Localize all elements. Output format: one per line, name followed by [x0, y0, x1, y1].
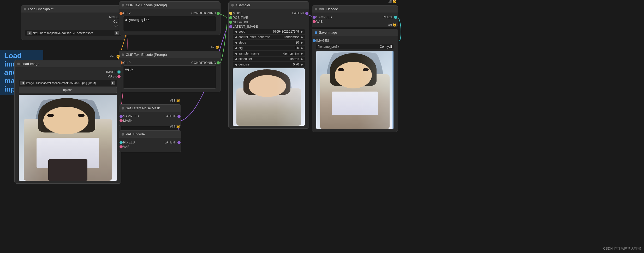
node-header: Set Latent Noise Mask [119, 105, 181, 112]
param-denoise: ◀ denoise 0.70 ▶ [233, 62, 305, 67]
upload-btn[interactable]: upload [19, 87, 117, 93]
save-image-preview [316, 51, 393, 129]
port-images-in-dot [313, 39, 316, 42]
port-image-out-dot [394, 16, 397, 19]
node-status-dot [24, 8, 26, 10]
ksampler-preview-image [233, 68, 305, 126]
port-negative-in: negative [233, 20, 305, 24]
set-latent-noise-node: #33 🐱 Set Latent Noise Mask samples LATE… [119, 104, 181, 126]
port-samples-in2-dot [120, 115, 123, 118]
param-control: ◀ control_after_generate randomize ▶ [233, 35, 305, 39]
denoise-back-btn[interactable]: ◀ [234, 63, 237, 66]
load-image-node: #20 🐱 Load Image IMAGE MASK ◀ image clip… [14, 60, 121, 184]
node-header: KSampler [229, 2, 309, 9]
steps-fwd-btn[interactable]: ▶ [300, 41, 304, 44]
port-vae-in-dot [313, 20, 316, 23]
node-id-35: #35 🐱 [170, 125, 180, 129]
port-image-out-dot [117, 70, 121, 74]
port-positive-in: positive [233, 16, 305, 20]
seed-back-btn[interactable]: ◀ [234, 30, 237, 33]
port-image-out: IMAGE [19, 70, 117, 74]
port-pixels-in: pixels LATENT [123, 141, 177, 144]
control-fwd-btn[interactable]: ▶ [300, 35, 304, 39]
port-latent-out2-dot [177, 115, 181, 118]
sampler-fwd-btn[interactable]: ▶ [300, 52, 304, 55]
port-mask-in: mask [123, 119, 177, 123]
node-status-dot [315, 8, 317, 10]
scheduler-back-btn[interactable]: ◀ [234, 57, 237, 61]
port-latent-image-in: latent_image [233, 25, 305, 28]
steps-back-btn[interactable]: ◀ [234, 41, 237, 44]
clip-text-1[interactable]: a young girk [123, 16, 216, 31]
node-status-dot [17, 63, 20, 65]
control-back-btn[interactable]: ◀ [234, 35, 237, 39]
port-conditioning-out-dot [217, 12, 220, 15]
port-images-in: images [316, 39, 393, 43]
node-header: Save Image [312, 29, 398, 36]
checkpoint-input-row: ◀ ckpt_nam majicmixRealistic_v6.safetens… [25, 30, 121, 36]
port-vae-in: vae [316, 20, 393, 23]
node-header: Load Checkpoint [21, 5, 125, 13]
port-latent-out3-dot [177, 141, 181, 144]
port-clip-in2: clip CONDITIONING [123, 61, 216, 65]
node-id-20: #20 🐱 [110, 55, 120, 58]
vae-encode-node: #35 🐱 VAE Encode pixels LATENT vae [119, 130, 181, 152]
node-header: CLIP Text Encode (Prompt) [119, 2, 220, 9]
port-mask-out: MASK [19, 75, 117, 78]
node-header: Load Image [15, 60, 121, 67]
port-clip-in-dot [120, 12, 123, 15]
sampler-back-btn[interactable]: ◀ [234, 52, 237, 55]
param-sampler: ◀ sampler_name dpmpp_2m ▶ [233, 51, 305, 56]
node-status-dot [122, 4, 124, 7]
param-cfg: ◀ cfg 8.0 ▶ [233, 46, 305, 50]
port-model-in-dot [229, 12, 232, 15]
denoise-fwd-btn[interactable]: ▶ [300, 63, 304, 66]
watermark: CSDN @菜鸟也学大数据 [603, 246, 641, 251]
param-seed: ◀ seed 676948021017949 ▶ [233, 29, 305, 34]
node-header: VAE Decode [312, 5, 398, 13]
image-fwd-btn[interactable]: ▶ [111, 81, 115, 85]
node-header: CLIP Text Encode (Prompt) [119, 51, 220, 58]
port-mask-out-dot [117, 75, 121, 78]
clip-encode-1-node: #29 🐱 CLIP Text Encode (Prompt) clip CON… [119, 1, 220, 35]
node-id-7: #7 🐱 [211, 45, 219, 49]
image-back-btn[interactable]: ◀ [20, 81, 25, 85]
seed-fwd-btn[interactable]: ▶ [300, 30, 304, 33]
cfg-fwd-btn[interactable]: ▶ [300, 46, 304, 50]
scheduler-fwd-btn[interactable]: ▶ [300, 57, 304, 61]
port-negative-in-dot [229, 21, 232, 24]
port-latent-out-dot [305, 12, 308, 15]
node-id-8: #8 🐱 [388, 0, 397, 3]
port-clip-in: clip CONDITIONING [123, 11, 216, 15]
port-samples-in-dot [313, 16, 316, 19]
clip-encode-2-node: #7 🐱 CLIP Text Encode (Prompt) clip COND… [119, 51, 220, 92]
port-samples-in: samples IMAGE [316, 15, 393, 19]
clip-text-2[interactable]: ugly [123, 65, 216, 89]
port-model: MODEL [25, 15, 121, 19]
port-pixels-in-dot [120, 141, 123, 144]
checkpoint-back-btn[interactable]: ◀ [27, 31, 32, 35]
filename-prefix-row: filename_prefix ComfyUI [316, 44, 393, 49]
port-samples-in2: samples LATENT [123, 115, 177, 118]
port-conditioning-out2-dot [217, 61, 220, 64]
image-file-row: ◀ image clipspace/clipspace-mask-356448.… [19, 80, 117, 86]
port-model-in: model LATENT [233, 11, 305, 15]
param-scheduler: ◀ scheduler karras ▶ [233, 57, 305, 61]
port-latent-image-in-dot [229, 25, 232, 28]
cfg-back-btn[interactable]: ◀ [234, 46, 237, 50]
node-header: VAE Encode [119, 131, 181, 138]
node-status-dot [231, 4, 234, 7]
port-positive-in-dot [229, 16, 232, 19]
ksampler-node: #3 🐱 KSampler model LATENT positive nega… [228, 1, 309, 129]
load-checkpoint-node: Load Checkpoint MODEL CLIP VAE ◀ ckpt_na… [21, 5, 125, 40]
node-status-dot [122, 133, 124, 136]
port-mask-in-dot [120, 119, 123, 122]
save-image-node: #9 🐱 Save Image images filename_prefix C… [312, 29, 398, 132]
port-clip: CLIP [25, 20, 121, 23]
node-status-dot [122, 107, 124, 110]
port-vae: VAE [25, 24, 121, 28]
vae-decode-node: #8 🐱 VAE Decode samples IMAGE vae [312, 5, 398, 27]
port-vae-in2-dot [120, 145, 123, 148]
param-steps: ◀ steps 30 ▶ [233, 40, 305, 45]
node-id-9: #9 🐱 [388, 23, 397, 27]
